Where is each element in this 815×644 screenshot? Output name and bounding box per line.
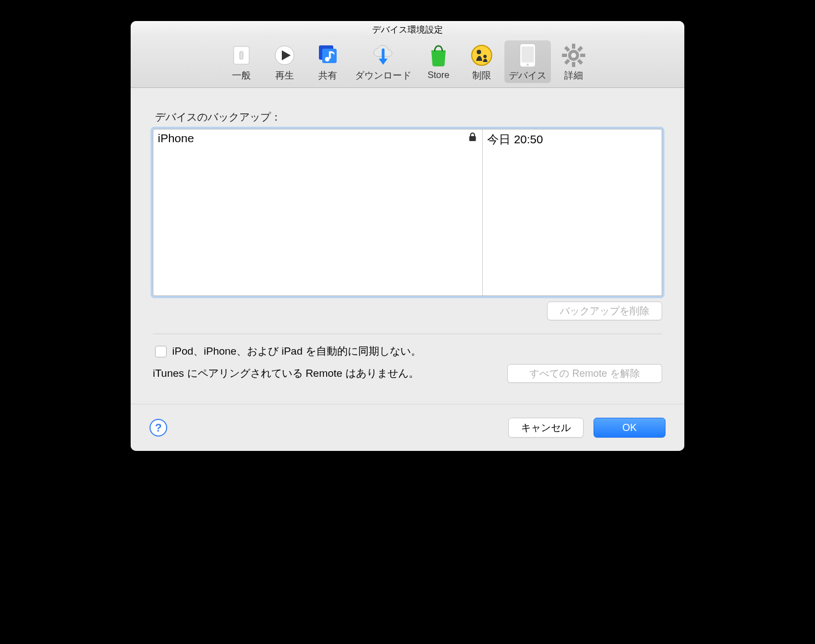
store-bag-icon xyxy=(426,43,451,68)
content-area: デバイスのバックアップ： iPhone 今日 20:50 バックアップを削除 xyxy=(131,88,684,404)
svg-rect-23 xyxy=(564,46,570,52)
preferences-toolbar: 一般 再生 共有 xyxy=(131,38,684,88)
help-button[interactable]: ? xyxy=(149,419,167,437)
tab-store-label: Store xyxy=(427,70,449,80)
tab-general-label: 一般 xyxy=(232,70,251,82)
svg-point-6 xyxy=(325,57,329,61)
divider xyxy=(153,334,662,334)
svg-point-15 xyxy=(527,64,529,66)
preferences-window: デバイス環境設定 一般 再生 xyxy=(131,21,684,451)
pairing-status-text: iTunes にペアリングされている Remote はありません。 xyxy=(153,366,419,381)
no-autosync-label: iPod、iPhone、および iPad を自動的に同期しない。 xyxy=(172,344,421,359)
parental-icon xyxy=(469,43,494,68)
svg-rect-19 xyxy=(562,54,567,57)
svg-rect-1 xyxy=(240,51,243,59)
svg-point-11 xyxy=(477,50,481,54)
tab-devices[interactable]: デバイス xyxy=(504,40,551,83)
no-autosync-row[interactable]: iPod、iPhone、および iPad を自動的に同期しない。 xyxy=(155,344,662,359)
general-icon xyxy=(229,43,254,68)
svg-rect-21 xyxy=(577,46,583,52)
svg-rect-20 xyxy=(580,54,585,57)
window-title: デバイス環境設定 xyxy=(131,21,684,38)
tab-store[interactable]: Store xyxy=(418,40,459,83)
tab-parental-label: 制限 xyxy=(472,70,491,82)
ok-button[interactable]: OK xyxy=(594,418,666,438)
tab-parental[interactable]: 制限 xyxy=(461,40,502,83)
svg-rect-24 xyxy=(577,59,583,65)
svg-rect-26 xyxy=(470,136,476,141)
tab-advanced[interactable]: 詳細 xyxy=(553,40,594,83)
music-share-icon xyxy=(315,43,341,68)
footer: ? キャンセル OK xyxy=(131,404,684,451)
tab-playback[interactable]: 再生 xyxy=(264,40,305,83)
tab-sharing-label: 共有 xyxy=(318,70,337,82)
svg-rect-14 xyxy=(522,46,534,63)
svg-point-12 xyxy=(483,55,487,58)
backup-row-name[interactable]: iPhone xyxy=(158,132,194,144)
play-icon xyxy=(272,43,297,68)
tab-downloads-label: ダウンロード xyxy=(355,70,411,82)
tab-sharing[interactable]: 共有 xyxy=(307,40,348,83)
backup-date-column: 今日 20:50 xyxy=(483,129,662,295)
tab-advanced-label: 詳細 xyxy=(564,70,583,82)
backup-row-date[interactable]: 今日 20:50 xyxy=(487,133,543,146)
gear-icon xyxy=(561,43,586,68)
backup-list[interactable]: iPhone 今日 20:50 xyxy=(153,129,662,296)
svg-rect-18 xyxy=(572,62,575,67)
tab-playback-label: 再生 xyxy=(275,70,294,82)
svg-point-10 xyxy=(472,45,492,65)
tab-downloads[interactable]: ダウンロード xyxy=(350,40,416,83)
lock-icon xyxy=(468,132,477,142)
svg-rect-17 xyxy=(572,44,575,49)
no-autosync-checkbox[interactable] xyxy=(155,346,167,357)
tab-devices-label: デバイス xyxy=(509,70,546,82)
tab-general[interactable]: 一般 xyxy=(221,40,262,83)
svg-point-25 xyxy=(571,53,576,58)
svg-marker-9 xyxy=(379,59,388,65)
forget-remotes-button[interactable]: すべての Remote を解除 xyxy=(507,364,662,383)
cancel-button[interactable]: キャンセル xyxy=(508,418,584,438)
device-phone-icon xyxy=(515,43,540,68)
svg-rect-22 xyxy=(564,59,570,65)
delete-backup-button[interactable]: バックアップを削除 xyxy=(547,302,662,320)
download-cloud-icon xyxy=(370,43,396,68)
backups-heading: デバイスのバックアップ： xyxy=(155,110,662,124)
backup-name-column: iPhone xyxy=(153,129,483,295)
